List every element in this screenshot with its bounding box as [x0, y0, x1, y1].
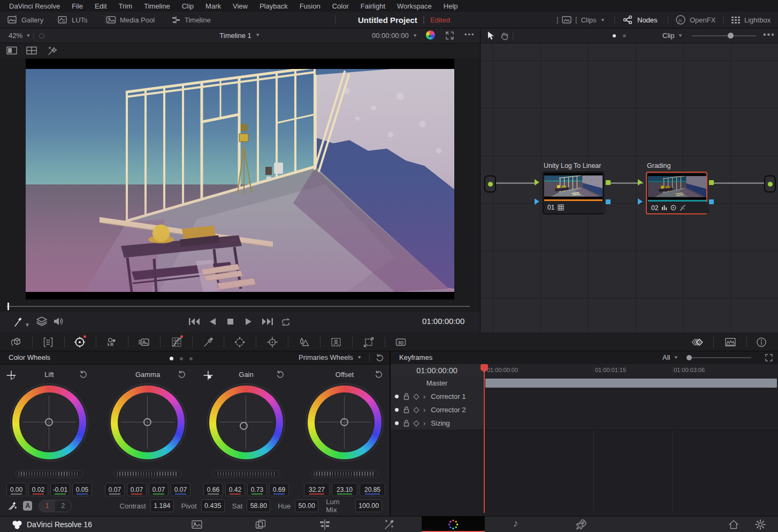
color-match-icon[interactable]: [42, 336, 54, 348]
keyframes-playhead[interactable]: [484, 364, 485, 513]
lummix-value[interactable]: 100.00: [355, 499, 382, 512]
menu-edit[interactable]: Edit: [89, 2, 112, 10]
media-page-icon[interactable]: [191, 519, 203, 530]
keyframe-diamond-icon[interactable]: [413, 407, 419, 413]
gamma-wheel[interactable]: [109, 383, 187, 461]
keyframes-expand-icon[interactable]: [765, 354, 773, 361]
motion-effects-icon[interactable]: [138, 336, 150, 348]
node-view-dots[interactable]: [613, 34, 626, 37]
viewer-options-menu[interactable]: •••: [464, 30, 475, 38]
stereo-3d-icon[interactable]: 3D: [395, 336, 407, 348]
track-enable-dot[interactable]: [395, 408, 399, 412]
track-master[interactable]: Master: [391, 376, 778, 390]
menu-fusion[interactable]: Fusion: [294, 2, 326, 10]
gamma-g-value[interactable]: 0.07: [149, 483, 169, 496]
luts-button[interactable]: LUTs: [58, 12, 88, 28]
node-graph[interactable]: Unity Log To Linear 01 Grading 02: [480, 43, 778, 333]
gain-wheel[interactable]: [207, 383, 285, 461]
lift-wheel[interactable]: [10, 383, 88, 461]
rgb-mixer-icon[interactable]: [106, 336, 118, 348]
keyframes-icon[interactable]: [691, 336, 703, 348]
menu-color[interactable]: Color: [326, 2, 355, 10]
keyframes-filter-select[interactable]: All▼: [662, 353, 678, 361]
scrub-playhead[interactable]: [7, 303, 9, 310]
node-zoom-slider-thumb[interactable]: [728, 33, 734, 38]
gain-reset-icon[interactable]: [276, 370, 285, 379]
offset-reset-icon[interactable]: [375, 370, 383, 379]
pivot-value[interactable]: 0.435: [201, 499, 225, 512]
lift-master-wheel[interactable]: [15, 470, 83, 477]
color-page-tab[interactable]: [422, 516, 485, 532]
menu-mark[interactable]: Mark: [200, 2, 227, 10]
source-node[interactable]: [484, 175, 496, 192]
node1-rgb-output[interactable]: [606, 180, 611, 185]
node2-rgb-output[interactable]: [709, 180, 714, 185]
offset-master-wheel[interactable]: [310, 470, 379, 477]
gamma-y-value[interactable]: 0.07: [105, 483, 125, 496]
power-window-icon[interactable]: [234, 336, 246, 348]
keyframe-diamond-icon[interactable]: [413, 420, 419, 426]
reset-all-icon[interactable]: [376, 353, 384, 362]
stop-button[interactable]: [227, 318, 234, 325]
lock-icon[interactable]: [403, 393, 409, 400]
menu-fairlight[interactable]: Fairlight: [355, 2, 391, 10]
wheel-page-dots[interactable]: [170, 357, 193, 360]
track-sizing[interactable]: › Sizing: [391, 417, 778, 430]
offset-r-value[interactable]: 32.27: [304, 483, 330, 496]
wheel-mode-select[interactable]: Primaries Wheels▼: [299, 353, 362, 361]
offset-g-value[interactable]: 23.10: [332, 483, 357, 496]
play-button[interactable]: [245, 318, 253, 326]
track-corrector-1[interactable]: › Corrector 1: [391, 390, 778, 404]
scopes-icon[interactable]: [724, 336, 736, 348]
corrector-node-2[interactable]: 02: [646, 172, 707, 214]
gamma-reset-icon[interactable]: [178, 370, 186, 379]
menu-help[interactable]: Help: [438, 2, 464, 10]
tracker-icon[interactable]: [266, 336, 278, 348]
audio-mute-icon[interactable]: [54, 317, 64, 326]
node2-key-output[interactable]: [709, 199, 714, 204]
timeline-button[interactable]: Timeline: [171, 12, 211, 28]
track-corrector-2[interactable]: › Corrector 2: [391, 403, 778, 417]
lift-r-value[interactable]: 0.02: [28, 483, 48, 496]
keyframes-zoom-thumb[interactable]: [687, 355, 692, 360]
track-enable-dot[interactable]: [395, 395, 399, 398]
menu-view[interactable]: View: [227, 2, 254, 10]
key-icon[interactable]: [330, 336, 342, 348]
node1-key-input[interactable]: [535, 198, 539, 205]
auto-mode-button[interactable]: A: [23, 501, 32, 511]
lock-icon[interactable]: [403, 406, 409, 413]
menu-file[interactable]: File: [66, 2, 89, 10]
expand-track-chevron[interactable]: ›: [423, 419, 425, 427]
master-track-bar[interactable]: [485, 379, 777, 388]
curves-icon[interactable]: [171, 336, 182, 348]
node-mode-select[interactable]: Clip▼: [662, 32, 683, 40]
camera-raw-icon[interactable]: [10, 336, 22, 348]
expand-track-chevron[interactable]: ›: [423, 392, 425, 400]
gain-b-value[interactable]: 0.69: [269, 483, 289, 496]
track-enable-dot[interactable]: [395, 421, 399, 425]
menu-workspace[interactable]: Workspace: [391, 2, 438, 10]
openfx-button[interactable]: fx OpenFX: [675, 12, 715, 28]
grab-still-dropdown[interactable]: ▼: [25, 319, 30, 329]
wipe-modes-icon[interactable]: [36, 317, 47, 326]
pan-tool-icon[interactable]: [500, 32, 509, 40]
keyframes-zoom-slider[interactable]: [688, 357, 751, 358]
grab-still-icon[interactable]: [13, 317, 22, 327]
keyframe-diamond-icon[interactable]: [413, 394, 419, 399]
video-frame[interactable]: [26, 59, 454, 299]
cut-page-icon[interactable]: [255, 519, 266, 530]
enhance-wand-icon[interactable]: [47, 45, 58, 56]
color-wheels-icon[interactable]: [74, 336, 86, 348]
deliver-page-icon[interactable]: [575, 519, 587, 530]
settings-icon[interactable]: [754, 519, 766, 530]
offset-wheel[interactable]: [306, 383, 384, 461]
play-reverse-button[interactable]: [209, 318, 216, 326]
wheel-page-1[interactable]: 1: [39, 500, 55, 512]
output-node[interactable]: [764, 175, 776, 192]
auto-balance-icon[interactable]: [7, 500, 18, 511]
fusion-page-icon[interactable]: [384, 519, 395, 530]
menu-timeline[interactable]: Timeline: [138, 2, 176, 10]
gain-r-value[interactable]: 0.42: [225, 483, 245, 496]
select-tool-icon[interactable]: [487, 31, 495, 40]
sat-value[interactable]: 58.80: [247, 499, 270, 512]
